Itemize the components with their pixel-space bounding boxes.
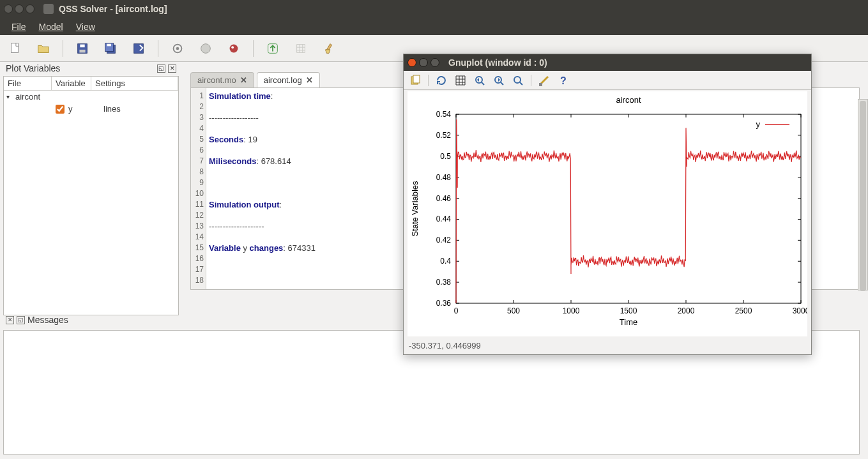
window-close-button[interactable]: [4, 4, 13, 13]
svg-text:?: ?: [560, 75, 567, 86]
svg-text:0.4: 0.4: [440, 257, 451, 266]
config-icon[interactable]: [538, 74, 551, 87]
svg-point-9: [176, 47, 179, 50]
help-icon[interactable]: ?: [557, 74, 570, 87]
messages-close-button[interactable]: ✕: [6, 316, 14, 324]
svg-text:State Variables: State Variables: [410, 181, 420, 237]
svg-text:0.44: 0.44: [436, 214, 452, 223]
gnuplot-toolbar: ?: [404, 71, 811, 90]
svg-point-12: [231, 46, 234, 49]
save-button[interactable]: [73, 40, 91, 57]
tab-aircont-log[interactable]: aircont.log ✕: [257, 72, 320, 87]
svg-text:0.38: 0.38: [436, 278, 452, 287]
variable-settings: lines: [103, 104, 121, 114]
column-variable[interactable]: Variable: [52, 77, 91, 90]
window-title: QSS Solver - [aircont.log]: [59, 4, 167, 14]
gnuplot-maximize-button[interactable]: [430, 58, 439, 67]
svg-point-11: [230, 44, 238, 52]
run-button[interactable]: [264, 40, 282, 57]
refresh-icon[interactable]: [435, 74, 448, 87]
gnuplot-window[interactable]: Gnuplot (window id : 0) ? 0.360.380.40.4…: [403, 54, 812, 355]
panel-float-button[interactable]: ◱: [157, 64, 165, 73]
svg-rect-3: [79, 49, 85, 52]
tree-expand-icon[interactable]: ▾: [6, 93, 13, 100]
new-file-button[interactable]: [6, 40, 24, 57]
window-minimize-button[interactable]: [15, 4, 24, 13]
menubar: File Model View: [0, 18, 868, 35]
variable-name: y: [68, 104, 103, 114]
svg-text:0.48: 0.48: [436, 173, 452, 182]
svg-text:0.54: 0.54: [436, 110, 452, 119]
line-gutter: 123456789101112131415161718: [191, 88, 206, 289]
plot-variables-panel: Plot Variables ◱ ✕ File Variable Setting…: [3, 62, 179, 315]
tree-var-row[interactable]: y lines: [4, 103, 178, 115]
svg-rect-0: [11, 43, 19, 52]
svg-rect-2: [80, 44, 84, 47]
plot-variables-title: Plot Variables: [6, 63, 60, 73]
menu-file[interactable]: File: [6, 20, 31, 34]
gnuplot-minimize-button[interactable]: [419, 58, 428, 67]
window-titlebar: QSS Solver - [aircont.log]: [0, 0, 868, 18]
app-icon: [43, 4, 54, 14]
clean-button[interactable]: [320, 40, 338, 57]
svg-rect-21: [456, 114, 801, 303]
panel-close-button[interactable]: ✕: [168, 64, 176, 73]
tree-root-row[interactable]: ▾ aircont: [4, 91, 178, 103]
svg-text:2000: 2000: [678, 306, 695, 315]
menu-view[interactable]: View: [71, 20, 100, 34]
settings-button[interactable]: [169, 40, 187, 57]
svg-text:0.52: 0.52: [436, 131, 452, 140]
variable-checkbox[interactable]: [56, 105, 65, 114]
svg-text:Time: Time: [620, 317, 637, 327]
svg-text:aircont: aircont: [616, 95, 641, 105]
svg-point-10: [201, 43, 211, 53]
svg-point-18: [514, 77, 521, 83]
svg-rect-6: [107, 43, 111, 46]
gnuplot-title: Gnuplot (window id : 0): [448, 57, 547, 68]
svg-text:0: 0: [454, 306, 459, 315]
svg-text:0.42: 0.42: [436, 236, 452, 245]
grid-icon[interactable]: [454, 74, 467, 87]
svg-text:2500: 2500: [735, 306, 752, 315]
svg-rect-15: [413, 75, 420, 83]
messages-title: Messages: [27, 315, 68, 325]
column-file[interactable]: File: [4, 77, 52, 90]
svg-text:500: 500: [507, 306, 520, 315]
svg-text:0.46: 0.46: [436, 194, 452, 203]
tab-close-icon[interactable]: ✕: [240, 75, 247, 85]
tab-aircont-mo[interactable]: aircont.mo ✕: [190, 72, 254, 87]
messages-float-button[interactable]: ◱: [17, 316, 25, 324]
tab-close-icon[interactable]: ✕: [306, 75, 313, 85]
tree-header: File Variable Settings: [4, 77, 178, 91]
zoom-next-icon[interactable]: [492, 74, 505, 87]
svg-text:0.36: 0.36: [436, 299, 452, 308]
tree-root-label: aircont: [15, 92, 40, 102]
plot-variables-tree[interactable]: File Variable Settings ▾ aircont y lines: [3, 76, 179, 315]
autoscale-icon[interactable]: [512, 74, 524, 87]
plot-canvas[interactable]: 0.360.380.40.420.440.460.480.50.520.5405…: [407, 91, 807, 336]
svg-text:1500: 1500: [620, 306, 637, 315]
tab-label: aircont.log: [264, 75, 302, 85]
gnuplot-titlebar[interactable]: Gnuplot (window id : 0): [404, 54, 811, 71]
open-folder-button[interactable]: [34, 40, 52, 57]
tab-label: aircont.mo: [197, 75, 236, 85]
save-all-button[interactable]: [102, 40, 119, 57]
debug-button[interactable]: [225, 40, 243, 57]
menu-model[interactable]: Model: [34, 20, 68, 34]
svg-text:y: y: [756, 119, 761, 129]
svg-text:1000: 1000: [563, 306, 580, 315]
svg-text:0.5: 0.5: [440, 152, 451, 161]
copy-icon[interactable]: [409, 74, 422, 87]
grid-button[interactable]: [292, 40, 310, 57]
svg-rect-19: [539, 83, 542, 86]
stop-button[interactable]: [197, 40, 215, 57]
export-button[interactable]: [130, 40, 148, 57]
zoom-prev-icon[interactable]: [473, 74, 486, 87]
gnuplot-statusbar: -350.371, 0.446999: [404, 339, 811, 354]
editor-scrollbar[interactable]: [858, 99, 868, 290]
column-settings[interactable]: Settings: [91, 77, 178, 90]
gnuplot-close-button[interactable]: [407, 58, 416, 67]
window-maximize-button[interactable]: [26, 4, 34, 13]
svg-text:3000: 3000: [793, 306, 807, 315]
